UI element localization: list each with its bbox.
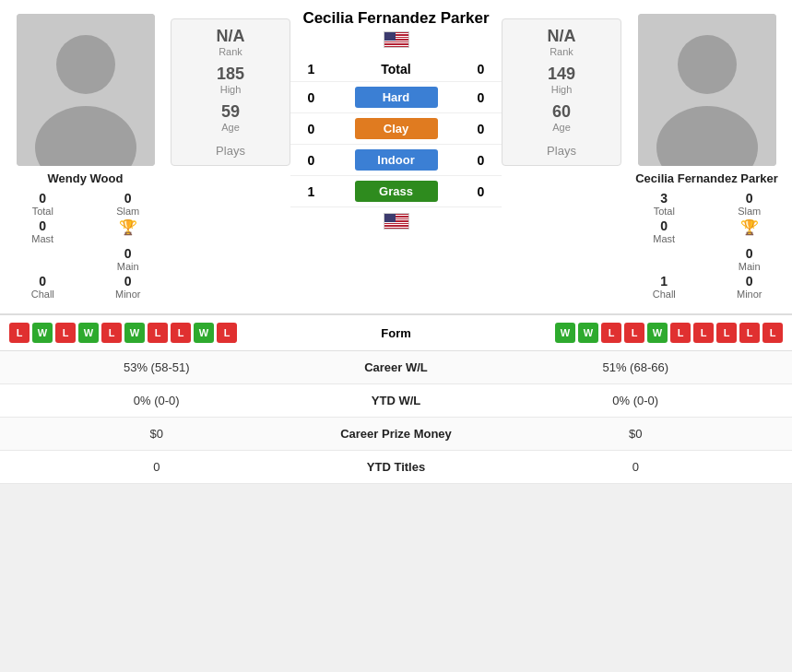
total-label: Total: [332, 62, 460, 77]
svg-point-4: [678, 35, 737, 94]
right-stat-chall: 1 Chall: [626, 274, 703, 300]
left-age: 59 Age: [179, 102, 282, 133]
right-stat-slam: 0 Slam: [712, 191, 788, 217]
right-avatar: [638, 14, 776, 166]
left-avatar: [17, 14, 155, 166]
right-flag: [384, 213, 409, 230]
form-badge-right: W: [578, 323, 598, 343]
stat-row-grass: 1 Grass 0: [290, 176, 502, 207]
left-stat-main: 0 Main: [90, 246, 167, 272]
player-right: Cecilia Fernandez Parker 3 Total 0 Slam …: [621, 9, 792, 304]
left-stat-total: 0 Total: [5, 191, 81, 217]
right-info-box: N/A Rank 149 High 60 Age Plays: [502, 18, 621, 166]
form-right: WWLLWLLLLL: [452, 323, 784, 343]
form-section: LWLWLWLLWL Form WWLLWLLLLL: [0, 313, 792, 350]
career-wl-row: 53% (58-51) Career W/L 51% (68-66): [0, 351, 792, 384]
left-player-stats: 0 Total 0 Slam 0 Mast 🏆 0 Main: [5, 191, 166, 300]
left-stat-chall: 0 Chall: [5, 274, 81, 300]
form-badge-right: L: [716, 323, 737, 343]
vs-center: Cecilia Fernandez Parker 1 Total 0 0: [290, 9, 502, 304]
form-badge-left: L: [217, 323, 237, 343]
right-trophy-icon: 🏆: [712, 218, 788, 244]
right-high: 149 High: [510, 65, 613, 95]
left-plays: Plays: [179, 144, 282, 158]
right-stat-total: 3 Total: [626, 191, 703, 217]
form-left: LWLWLWLLWL: [9, 323, 341, 343]
form-badge-left: W: [194, 323, 214, 343]
form-label: Form: [341, 326, 452, 340]
career-prize-row: $0 Career Prize Money $0: [0, 418, 792, 451]
form-badge-right: L: [762, 323, 783, 343]
left-high: 185 High: [179, 65, 282, 95]
form-badge-left: W: [124, 323, 145, 343]
right-flag-area: [384, 213, 409, 232]
right-rank: N/A Rank: [510, 27, 613, 57]
stat-row-total: 1 Total 0: [290, 57, 502, 82]
stat-row-hard: 0 Hard 0: [290, 82, 502, 113]
ytd-titles-row: 0 YTD Titles 0: [0, 451, 792, 484]
right-player-stats: 3 Total 0 Slam 0 Mast 🏆 0 Main: [626, 191, 787, 300]
form-badge-left: L: [148, 323, 168, 343]
form-badge-left: W: [78, 323, 99, 343]
right-stat-minor: 0 Minor: [712, 274, 788, 300]
left-stat-mast: 0 Mast: [5, 218, 81, 244]
form-badge-left: L: [101, 323, 122, 343]
stat-row-clay: 0 Clay 0: [290, 113, 502, 145]
left-rank: N/A Rank: [179, 27, 282, 57]
right-plays: Plays: [510, 144, 613, 158]
form-badge-right: L: [693, 323, 714, 343]
form-badge-left: L: [55, 323, 76, 343]
stat-row-indoor: 0 Indoor 0: [290, 145, 502, 176]
left-stat-minor: 0 Minor: [90, 274, 167, 300]
players-section: Wendy Wood 0 Total 0 Slam 0 Mast 🏆: [0, 0, 792, 313]
form-badge-left: W: [32, 323, 53, 343]
form-badge-right: W: [647, 323, 668, 343]
main-container: Wendy Wood 0 Total 0 Slam 0 Mast 🏆: [0, 0, 792, 484]
form-badge-right: L: [739, 323, 760, 343]
form-badge-right: L: [670, 323, 691, 343]
form-badge-right: W: [555, 323, 575, 343]
left-flag: [384, 31, 409, 48]
right-stat-mast: 0 Mast: [626, 218, 703, 244]
left-info-box: N/A Rank 185 High 59 Age Plays: [171, 18, 290, 166]
right-stat-main: 0 Main: [712, 246, 788, 272]
right-age: 60 Age: [510, 102, 613, 133]
ytd-wl-row: 0% (0-0) YTD W/L 0% (0-0): [0, 384, 792, 418]
match-stats: 1 Total 0 0 Hard 0 0: [290, 57, 502, 207]
right-player-name-top: Cecilia Fernandez Parker: [302, 9, 489, 52]
form-badge-right: L: [624, 323, 644, 343]
data-rows: 53% (58-51) Career W/L 51% (68-66) 0% (0…: [0, 350, 792, 484]
right-player-name: Cecilia Fernandez Parker: [635, 171, 778, 185]
svg-point-1: [56, 35, 115, 94]
left-stat-slam: 0 Slam: [90, 191, 167, 217]
player-left: Wendy Wood 0 Total 0 Slam 0 Mast 🏆: [0, 9, 171, 304]
form-badge-left: L: [171, 323, 191, 343]
left-player-name: Wendy Wood: [48, 171, 124, 185]
form-badge-right: L: [601, 323, 621, 343]
form-badge-left: L: [9, 323, 30, 343]
left-trophy-icon: 🏆: [90, 218, 167, 244]
